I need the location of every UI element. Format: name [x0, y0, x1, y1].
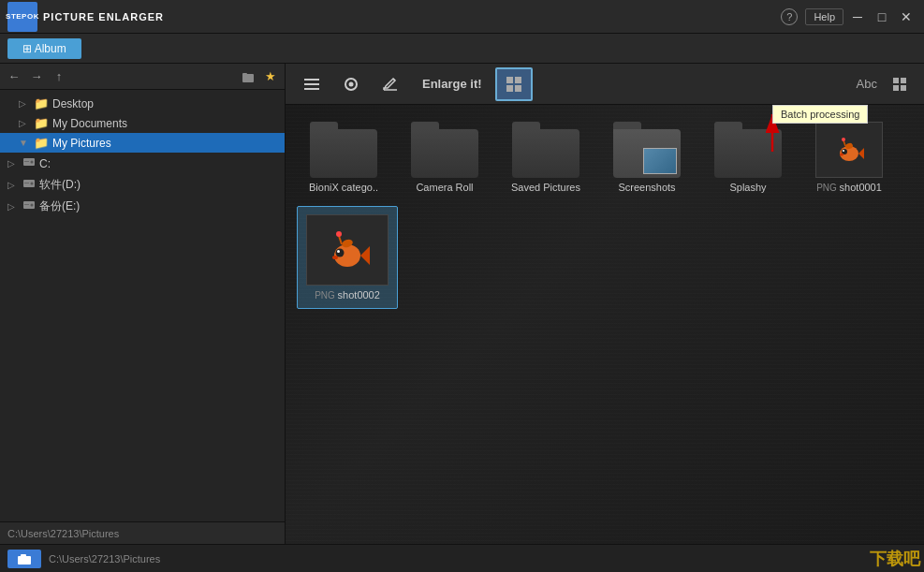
sidebar-status: C:\Users\27213\Pictures	[0, 521, 285, 544]
sidebar-item-my-pictures[interactable]: ▼ 📁 My Pictures	[0, 133, 285, 153]
folder-name-splashy: Splashy	[707, 182, 789, 193]
folder-icon-camera-roll	[411, 122, 478, 178]
svg-rect-12	[304, 83, 319, 85]
svg-rect-4	[24, 161, 29, 162]
back-button[interactable]: ←	[4, 66, 24, 87]
sidebar-item-c-drive[interactable]: ▷ C:	[0, 153, 285, 174]
svg-marker-28	[858, 148, 864, 159]
folder-name-screenshots: Screenshots	[606, 182, 688, 193]
file-ext: PNG	[816, 183, 839, 193]
svg-point-40	[332, 256, 338, 259]
brand-label: STEPOK	[6, 12, 39, 21]
svg-rect-1	[242, 73, 247, 76]
svg-rect-10	[24, 204, 29, 205]
expand-icon: ▼	[19, 138, 30, 148]
title-bar: STEPOK PICTURE ENLARGER ? Help ─ □ ✕	[0, 0, 924, 34]
svg-rect-19	[506, 85, 513, 92]
enlarge-button[interactable]: Enlarge it!	[411, 73, 493, 95]
status-indicator	[7, 550, 41, 568]
expand-icon: ▷	[7, 158, 19, 169]
edit-button[interactable]	[372, 67, 409, 101]
window-controls: ? Help ─ □ ✕	[781, 7, 917, 27]
file-name-shot0002: PNG shot0002	[305, 289, 389, 301]
help-icon: ?	[781, 8, 798, 25]
forward-button[interactable]: →	[26, 66, 47, 87]
thumbnail-shot0001	[832, 133, 866, 167]
drive-icon	[22, 155, 36, 171]
favorites-button[interactable]: ★	[260, 66, 281, 87]
svg-rect-13	[304, 88, 319, 90]
sidebar-item-desktop[interactable]: ▷ 📁 Desktop	[0, 94, 285, 113]
app-title: PICTURE ENLARGER	[43, 11, 164, 22]
folder-name-saved-pictures: Saved Pictures	[505, 182, 587, 193]
list-view-button[interactable]	[293, 67, 330, 101]
svg-point-9	[31, 204, 34, 207]
sidebar-item-d-drive[interactable]: ▷ 软件(D:)	[0, 174, 285, 196]
folder-icon: 📁	[34, 136, 49, 150]
preview-button[interactable]	[332, 67, 370, 101]
svg-rect-44	[21, 554, 26, 557]
file-name-shot0001: PNG shot0001	[808, 182, 890, 193]
folder-screenshots[interactable]: Screenshots	[600, 116, 694, 198]
current-path: C:\Users\27213\Pictures	[7, 528, 119, 539]
file-shot0002[interactable]: PNG shot0002	[297, 206, 398, 309]
folder-camera-roll[interactable]: Camera Roll	[398, 116, 491, 198]
folder-icon-screenshots	[613, 122, 681, 178]
album-button[interactable]: ⊞ Album	[7, 38, 81, 59]
expand-icon: ▷	[19, 118, 30, 128]
svg-point-34	[842, 138, 845, 141]
folder-bionix[interactable]: BioniX catego..	[297, 116, 390, 198]
svg-point-38	[337, 250, 340, 253]
nav-bar: ⊞ Album	[0, 34, 924, 64]
tooltip-text: Batch processing	[781, 109, 859, 120]
grid-view-button[interactable]	[883, 67, 917, 101]
status-icon	[17, 551, 32, 566]
svg-rect-20	[515, 85, 521, 92]
svg-point-3	[31, 161, 34, 164]
minimize-button[interactable]: ─	[847, 7, 868, 27]
close-button[interactable]: ✕	[896, 7, 917, 27]
sidebar: ← → ↑ ★ ▷ 📁 Desktop ▷ 📁 My	[0, 64, 286, 544]
sidebar-item-my-documents[interactable]: ▷ 📁 My Documents	[0, 113, 285, 133]
watermark: 下载吧	[870, 548, 920, 570]
main-layout: ← → ↑ ★ ▷ 📁 Desktop ▷ 📁 My	[0, 64, 924, 544]
batch-button[interactable]	[495, 67, 533, 101]
svg-point-15	[349, 81, 354, 86]
folder-icon-splashy	[714, 122, 782, 178]
svg-point-42	[336, 231, 342, 237]
svg-point-6	[31, 183, 34, 185]
sidebar-item-label: My Documents	[52, 117, 127, 130]
enlarge-label: Enlarge it!	[422, 77, 482, 91]
svg-rect-18	[515, 77, 521, 83]
svg-rect-11	[304, 79, 319, 81]
up-button[interactable]: ↑	[49, 66, 69, 87]
help-button[interactable]: Help	[805, 8, 843, 25]
file-ext: PNG	[315, 290, 337, 301]
sidebar-item-label: Desktop	[52, 97, 94, 110]
folder-splashy[interactable]: Splashy	[701, 116, 795, 198]
svg-rect-22	[901, 78, 906, 83]
thumbnail-shot0002	[321, 224, 374, 276]
svg-rect-23	[893, 85, 899, 91]
sidebar-item-label: C:	[39, 157, 51, 170]
sidebar-item-label: 软件(D:)	[39, 177, 81, 193]
expand-icon: ▷	[7, 180, 19, 190]
sidebar-toolbar: ← → ↑ ★	[0, 64, 285, 90]
file-thumb-shot0002	[306, 214, 389, 286]
drive-icon	[22, 177, 36, 193]
folder-saved-pictures[interactable]: Saved Pictures	[499, 116, 593, 198]
svg-rect-24	[901, 85, 906, 91]
sidebar-item-e-drive[interactable]: ▷ 备份(E:)	[0, 196, 285, 217]
app-logo: STEPOK PICTURE ENLARGER	[7, 2, 164, 32]
folder-name-camera-roll: Camera Roll	[403, 182, 486, 193]
status-path-text: C:\Users\27213\Pictures	[49, 553, 160, 565]
file-tree: ▷ 📁 Desktop ▷ 📁 My Documents ▼ 📁 My Pict…	[0, 90, 285, 521]
svg-marker-36	[360, 246, 370, 265]
restore-button[interactable]: □	[872, 7, 892, 27]
svg-rect-21	[893, 78, 899, 83]
file-shot0001[interactable]: PNG shot0001	[802, 116, 896, 198]
content-toolbar: Enlarge it! Abc	[286, 64, 924, 105]
status-bar: C:\Users\27213\Pictures	[0, 544, 924, 572]
logo-box: STEPOK	[7, 2, 37, 32]
new-folder-button[interactable]	[238, 66, 258, 87]
